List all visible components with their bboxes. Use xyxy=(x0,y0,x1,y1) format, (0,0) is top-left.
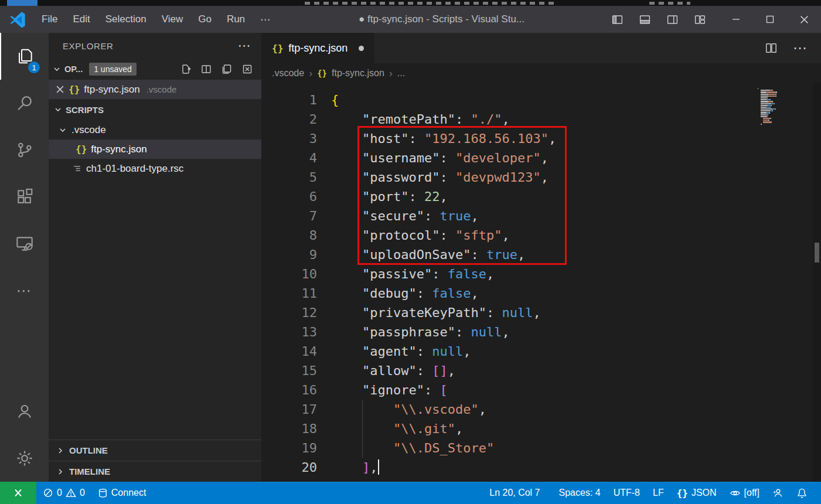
close-editor-icon[interactable] xyxy=(56,85,64,94)
editor-more-actions-icon[interactable]: ⋯ xyxy=(793,40,807,56)
activity-explorer-button[interactable]: 1 xyxy=(0,33,49,80)
line-number: 14 xyxy=(261,342,317,361)
new-untitled-file-icon[interactable] xyxy=(180,63,192,75)
code-line[interactable]: "secure": true, xyxy=(331,206,821,226)
code-line[interactable]: "\\.DS_Store" xyxy=(331,438,821,458)
code-area[interactable]: 1234567891011121314151617181920 { "remot… xyxy=(261,83,821,482)
language-mode-status[interactable]: {} JSON xyxy=(670,482,723,504)
toggle-sidebar-icon[interactable] xyxy=(611,13,624,26)
tree-item-ftp-sync-json[interactable]: {} ftp-sync.json xyxy=(49,139,261,159)
extensions-icon xyxy=(15,188,34,206)
open-editor-item[interactable]: {} ftp-sync.json .vscode xyxy=(49,80,261,99)
background-artifact xyxy=(305,2,557,5)
activity-extensions-button[interactable] xyxy=(0,173,49,220)
breadcrumb-symbol[interactable]: ... xyxy=(397,68,405,79)
eol-status[interactable]: LF xyxy=(646,482,670,504)
code-line[interactable]: "agent": null, xyxy=(331,342,821,361)
toggle-secondary-sidebar-icon[interactable] xyxy=(666,13,679,26)
cursor-position-status[interactable]: Ln 20, Col 7 xyxy=(483,482,546,504)
outline-panel-header[interactable]: OUTLINE xyxy=(49,440,261,461)
code-line[interactable]: ], xyxy=(331,458,821,477)
menu-run[interactable]: Run xyxy=(219,13,253,25)
menu-view[interactable]: View xyxy=(154,13,191,25)
indentation-label: Spaces: 4 xyxy=(559,488,601,498)
chevron-right-icon xyxy=(56,467,65,476)
line-number: 6 xyxy=(261,187,317,206)
code-line[interactable]: "ignore": [ xyxy=(331,380,821,400)
code-line[interactable]: "host": "192.168.56.103", xyxy=(331,129,821,148)
tab-ftp-sync-json[interactable]: {} ftp-sync.json xyxy=(261,33,374,63)
remote-indicator[interactable] xyxy=(0,482,36,504)
customize-layout-icon[interactable] xyxy=(694,13,706,26)
ftp-connect-button[interactable]: Connect xyxy=(91,482,153,504)
code-lines[interactable]: { "remotePath": "./", "host": "192.168.5… xyxy=(331,83,821,482)
timeline-label: TIMELINE xyxy=(69,466,110,476)
activity-more-button[interactable]: ⋯ xyxy=(0,267,49,314)
feedback-person-icon xyxy=(772,488,783,499)
code-line[interactable]: "\\.git", xyxy=(331,419,821,438)
code-line[interactable]: "password": "devpwd123", xyxy=(331,168,821,187)
code-line[interactable]: "uploadOnSave": true, xyxy=(331,245,821,264)
menu-file[interactable]: File xyxy=(34,13,65,25)
minimize-button[interactable] xyxy=(719,6,753,33)
connect-icon xyxy=(98,488,108,498)
braces-icon: {} xyxy=(677,488,688,499)
code-line[interactable]: "passphrase": null, xyxy=(331,322,821,342)
activity-remote-explorer-button[interactable] xyxy=(0,220,49,267)
activity-search-button[interactable] xyxy=(0,80,49,127)
toggle-editor-layout-icon[interactable] xyxy=(200,63,212,75)
code-line[interactable]: "allow": [], xyxy=(331,361,821,380)
line-number: 15 xyxy=(261,361,317,380)
workspace-section-header[interactable]: SCRIPTS xyxy=(49,99,261,120)
toggle-panel-icon[interactable] xyxy=(639,13,651,26)
activity-settings-button[interactable] xyxy=(0,435,49,482)
menu-selection[interactable]: Selection xyxy=(98,13,154,25)
encoding-status[interactable]: UTF-8 xyxy=(607,482,646,504)
activity-source-control-button[interactable] xyxy=(0,127,49,173)
open-editor-name: ftp-sync.json xyxy=(84,84,139,96)
activity-accounts-button[interactable] xyxy=(0,388,49,435)
problems-status[interactable]: 0 0 xyxy=(36,482,91,504)
sidebar-more-actions-icon[interactable]: ⋯ xyxy=(237,38,251,53)
feedback-button[interactable] xyxy=(766,482,790,504)
maximize-button[interactable] xyxy=(753,6,787,33)
close-button[interactable] xyxy=(787,6,821,33)
minimap[interactable] xyxy=(758,88,812,125)
code-line[interactable]: "passive": false, xyxy=(331,264,821,284)
more-actions-icon: ⋯ xyxy=(16,282,33,300)
dirty-indicator-icon[interactable] xyxy=(359,46,364,51)
minimap-line xyxy=(758,124,812,125)
menu-more-icon[interactable]: ⋯ xyxy=(253,13,278,26)
close-all-editors-icon[interactable] xyxy=(241,63,253,75)
indentation-status[interactable]: Spaces: 4 xyxy=(553,482,607,504)
line-number: 1 xyxy=(261,90,317,110)
tree-item-vscode-folder[interactable]: .vscode xyxy=(49,120,261,139)
split-editor-icon[interactable] xyxy=(765,42,778,55)
open-editors-header[interactable]: OP... 1 unsaved xyxy=(49,59,261,80)
code-line[interactable]: "port": 22, xyxy=(331,187,821,206)
tree-item-rsc-file[interactable]: ch1-01-board-type.rsc xyxy=(49,159,261,178)
code-line[interactable]: { xyxy=(331,90,821,110)
code-line[interactable]: "privateKeyPath": null, xyxy=(331,303,821,322)
save-all-icon[interactable] xyxy=(221,63,233,75)
background-artifact xyxy=(649,2,690,5)
menu-edit[interactable]: Edit xyxy=(65,13,97,25)
breadcrumb-folder[interactable]: .vscode xyxy=(272,68,304,79)
ftp-watch-status[interactable]: [off] xyxy=(723,482,766,504)
line-number: 11 xyxy=(261,284,317,303)
code-line[interactable]: "debug": false, xyxy=(331,284,821,303)
editor-scrollbar[interactable] xyxy=(813,83,821,482)
code-line[interactable]: "username": "developer", xyxy=(331,148,821,168)
timeline-panel-header[interactable]: TIMELINE xyxy=(49,461,261,482)
code-line[interactable]: "remotePath": "./", xyxy=(331,110,821,129)
errors-icon xyxy=(43,488,53,498)
code-line[interactable]: "\\.vscode", xyxy=(331,400,821,419)
menu-bar: File Edit Selection View Go Run ⋯ xyxy=(34,13,278,26)
breadcrumb-file[interactable]: ftp-sync.json xyxy=(332,68,384,79)
code-line[interactable]: "protocol": "sftp", xyxy=(331,226,821,245)
line-number: 20 xyxy=(261,458,317,477)
notifications-button[interactable] xyxy=(790,482,814,504)
menu-go[interactable]: Go xyxy=(190,13,219,25)
json-file-icon: {} xyxy=(76,144,87,155)
connect-label: Connect xyxy=(111,488,147,498)
